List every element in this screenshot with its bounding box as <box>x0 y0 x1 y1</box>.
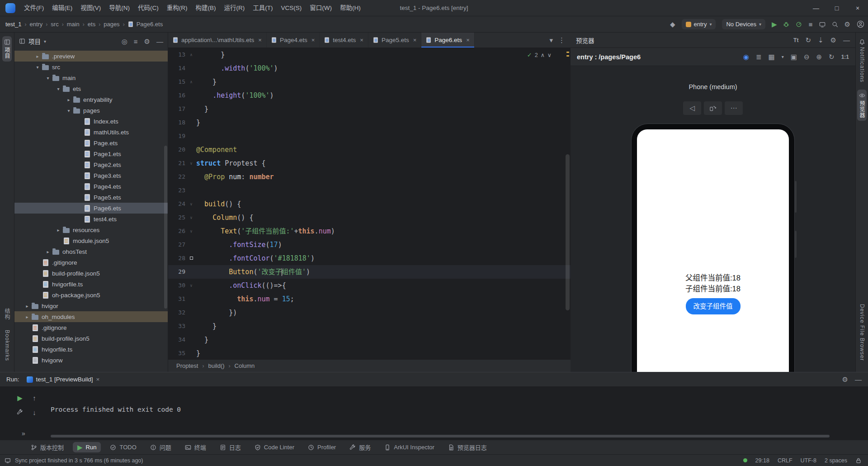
code-line-18[interactable]: 18} <box>168 116 571 129</box>
tool-window-结构[interactable]: 结构 <box>2 305 12 323</box>
hide-icon[interactable]: — <box>843 37 850 43</box>
play-icon[interactable]: ▶ <box>13 390 27 405</box>
change-value-button[interactable]: 改变子组件值 <box>686 298 741 314</box>
breadcrumb-item[interactable]: src <box>51 21 58 28</box>
breadcrumb-item[interactable]: Page6.ets <box>137 21 163 28</box>
tree-item-Page5.ets[interactable]: Page5.ets <box>14 192 168 203</box>
code-line-33[interactable]: 33 } <box>168 319 571 333</box>
code-line-30[interactable]: 30∨ .onClick(()=>{ <box>168 279 571 292</box>
code-line-22[interactable]: 22 @Prop num: number <box>168 170 571 184</box>
profiler-button[interactable] <box>796 21 802 28</box>
locate-icon[interactable]: ◎ <box>122 38 127 45</box>
run-hscrollbar[interactable] <box>51 435 830 437</box>
tool-window-Bookmarks[interactable]: Bookmarks <box>3 327 11 364</box>
tree-item-test4.ets[interactable]: test4.ets <box>14 214 168 224</box>
code-line-14[interactable]: 14 .width('100%') <box>168 62 571 75</box>
run-config-selector[interactable]: entry ▾ <box>682 19 716 29</box>
menu-构建[interactable]: 构建(B) <box>192 0 220 16</box>
chev-down-icon[interactable]: ▾ <box>782 55 784 59</box>
tree-item-ohosTest[interactable]: ▸ohosTest <box>14 246 168 257</box>
chevron-icon[interactable]: ▾ <box>33 65 42 70</box>
stop-button[interactable]: ■ <box>808 21 812 28</box>
next-problem-icon[interactable]: ∨ <box>547 52 552 58</box>
collapse-icon[interactable]: ⇣ <box>818 37 824 43</box>
tree-item-ets[interactable]: ▾ets <box>14 83 168 94</box>
menu-导航[interactable]: 导航(N) <box>105 0 134 16</box>
code-line-31[interactable]: 31 this.num = 15; <box>168 292 571 306</box>
prev-problem-icon[interactable]: ∧ <box>541 52 545 58</box>
tool-window-button-版本控制[interactable]: 版本控制 <box>26 441 68 453</box>
frame-icon[interactable]: ▣ <box>791 53 797 60</box>
tree-item-hvigorfile.ts[interactable]: hvigorfile.ts <box>14 344 168 355</box>
gear-icon[interactable]: ⚙ <box>144 38 150 45</box>
tool-window-button-终端[interactable]: 终端 <box>180 441 211 453</box>
tree-item-hvigorw[interactable]: hvigorw <box>14 355 168 366</box>
debug-button[interactable] <box>783 21 789 28</box>
gear-icon[interactable]: ⚙ <box>842 376 848 383</box>
menu-重构[interactable]: 重构(R) <box>163 0 192 16</box>
indent-setting[interactable]: 2 spaces <box>825 457 847 464</box>
code-line-19[interactable]: 19 <box>168 129 571 143</box>
lock-icon[interactable] <box>855 457 862 464</box>
refresh-icon[interactable]: ↻ <box>829 53 835 60</box>
more-h-button[interactable]: ⋯ <box>725 101 743 115</box>
tree-item-entryability[interactable]: ▸entryability <box>14 94 168 105</box>
tree-item-src[interactable]: ▾src <box>14 62 168 72</box>
device-selector[interactable]: No Devices ▾ <box>722 19 765 29</box>
tree-item-Page.ets[interactable]: Page.ets <box>14 138 168 148</box>
menu-窗口[interactable]: 窗口(W) <box>306 0 336 16</box>
breadcrumb-item[interactable]: entry <box>29 21 42 28</box>
chevron-icon[interactable]: ▾ <box>54 86 62 91</box>
tool-window-button-ArkUI Inspector[interactable]: ArkUI Inspector <box>380 442 439 452</box>
tool-switcher-icon[interactable] <box>5 457 11 464</box>
code-line-24[interactable]: 24∨ build() { <box>168 197 571 211</box>
tool-window-button-问题[interactable]: 问题 <box>146 441 176 453</box>
search-icon[interactable] <box>832 21 838 28</box>
minimize-button[interactable]: — <box>806 0 826 16</box>
tree-item-build-profile.json5[interactable]: build-profile.json5 <box>14 268 168 279</box>
tool-window-button-Run[interactable]: ▶Run <box>73 442 101 452</box>
chevron-icon[interactable]: ▾ <box>65 108 73 113</box>
breadcrumb-item[interactable]: ets <box>88 21 95 28</box>
menu-VCS[interactable]: VCS(S) <box>277 0 306 16</box>
tree-item-Page3.ets[interactable]: Page3.ets <box>14 170 168 181</box>
tab-application\...\mathUtils.ets[interactable]: application\...\mathUtils.ets× <box>168 33 267 48</box>
menu-视图[interactable]: 视图(V) <box>76 0 105 16</box>
tab-test4.ets[interactable]: test4.ets× <box>320 33 368 48</box>
device-manager-icon[interactable] <box>819 21 826 28</box>
tree-item-Index.ets[interactable]: Index.ets <box>14 116 168 127</box>
encoding[interactable]: UTF-8 <box>801 457 816 464</box>
tree-item-Page2.ets[interactable]: Page2.ets <box>14 159 168 170</box>
tab-Page6.ets[interactable]: Page6.ets× <box>421 33 474 48</box>
maximize-button[interactable]: □ <box>826 0 847 16</box>
editor-breadcrumb-item[interactable]: Column <box>235 362 255 369</box>
tool-window-Notifications[interactable]: Notifications <box>858 36 866 85</box>
tree-item-build-profile.json5[interactable]: build-profile.json5 <box>14 333 168 344</box>
tree-item-.gitignore[interactable]: .gitignore <box>14 257 168 268</box>
rotate-device-button[interactable] <box>704 101 722 115</box>
up-icon[interactable]: ↑ <box>27 390 42 405</box>
close-button[interactable]: × <box>847 0 868 16</box>
more-v-icon[interactable]: ⋮ <box>558 37 565 43</box>
tool-window-button-预览器日志[interactable]: 预览器日志 <box>443 441 491 453</box>
back-button[interactable]: ◁ <box>683 101 701 115</box>
tree-item-main[interactable]: ▾main <box>14 72 168 83</box>
caret-position[interactable]: 29:18 <box>755 457 769 464</box>
chev-down-icon[interactable]: ▾ <box>549 37 553 43</box>
tree-item-oh_modules[interactable]: ▸oh_modules <box>14 311 168 322</box>
gear-icon[interactable]: ⚙ <box>830 37 836 43</box>
tree-item-hvigor[interactable]: ▸hvigor <box>14 300 168 311</box>
project-scrollbar[interactable] <box>164 146 167 309</box>
editor-scrollbar[interactable] <box>566 154 570 310</box>
close-icon[interactable]: × <box>466 37 470 43</box>
tool-window-button-服务[interactable]: 服务 <box>345 441 375 453</box>
hide-icon[interactable]: — <box>156 38 163 45</box>
tree-item-Page4.ets[interactable]: Page4.ets <box>14 181 168 192</box>
tree-item-resources[interactable]: ▸resources <box>14 224 168 235</box>
breadcrumb-item[interactable]: main <box>67 21 80 28</box>
code-line-29[interactable]: 29 Button('改变子组件值') <box>168 265 571 279</box>
tool-window-预览器[interactable]: 预览器 <box>857 90 867 121</box>
code-line-34[interactable]: 34 } <box>168 333 571 347</box>
menu-代码[interactable]: 代码(C) <box>134 0 163 16</box>
tool-window-button-日志[interactable]: 日志 <box>215 441 245 453</box>
